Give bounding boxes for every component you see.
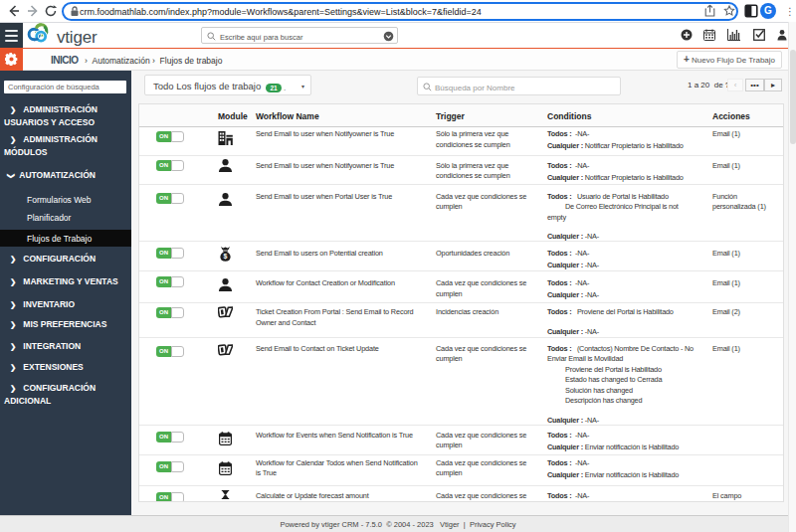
svg-text:$: $ bbox=[223, 253, 227, 261]
